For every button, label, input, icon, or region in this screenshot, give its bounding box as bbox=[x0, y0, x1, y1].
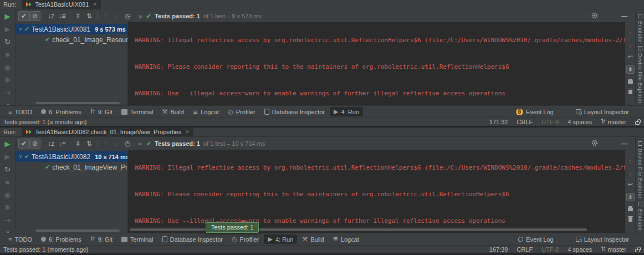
toolwindow-button-logcat[interactable]: ≣Logcat bbox=[189, 107, 223, 116]
toolwindow-button-database-inspector[interactable]: Database Inspector bbox=[159, 235, 227, 244]
toolwindow-button-profiler[interactable]: ◴Profiler bbox=[224, 107, 259, 116]
toolwindow-button-terminal[interactable]: Terminal bbox=[117, 108, 157, 116]
sort-alphabetically-button[interactable]: ↓z bbox=[45, 139, 57, 149]
test-history-dropdown-button[interactable]: ◷ bbox=[122, 11, 133, 21]
toolwindow-button-build[interactable]: ⚒Build bbox=[159, 107, 188, 116]
chevron-down-icon[interactable]: ∨ bbox=[19, 27, 22, 32]
device-file-explorer-icon[interactable] bbox=[638, 46, 642, 50]
event-log-button[interactable]: 8Event Log bbox=[512, 108, 558, 116]
rerun-failed-tests-button[interactable]: ▶ bbox=[5, 25, 11, 33]
rerun-button[interactable]: ▶ bbox=[5, 12, 11, 21]
soft-wrap-icon[interactable]: ↩ bbox=[627, 181, 632, 188]
hide-tool-window-icon[interactable]: — bbox=[621, 140, 627, 147]
test-history-button[interactable]: ✱ bbox=[4, 203, 11, 212]
toolwindow-button-todo[interactable]: ≡TODO bbox=[4, 235, 36, 244]
down-stack-trace-icon[interactable]: ↓ bbox=[628, 169, 632, 176]
unlock-icon[interactable] bbox=[635, 249, 640, 252]
event-log-button[interactable]: Event Log bbox=[514, 235, 558, 244]
caret-position[interactable]: 167:39 bbox=[489, 246, 508, 253]
sort-by-duration-button[interactable]: ↓≡ bbox=[57, 11, 68, 21]
rerun-button[interactable]: ▶ bbox=[5, 140, 11, 148]
encoding-indicator[interactable]: UTF-8 bbox=[541, 119, 559, 125]
layout-inspector-button[interactable]: Layout Inspector bbox=[572, 235, 633, 244]
stop-button[interactable]: ■ bbox=[6, 178, 10, 186]
test-tree-row-root[interactable]: ∨ ✔ TestA1BasicUIX081 (org.aplas.basica … bbox=[16, 24, 127, 34]
clear-all-icon[interactable] bbox=[628, 217, 632, 222]
close-icon[interactable]: × bbox=[185, 128, 189, 136]
show-ignored-button[interactable]: ⊘ bbox=[29, 11, 40, 21]
console-output[interactable]: WARNING: Illegal reflective access by or… bbox=[127, 22, 625, 105]
console-output[interactable]: WARNING: Illegal reflective access by or… bbox=[127, 150, 625, 233]
next-occurrence-button[interactable]: ↓ bbox=[111, 139, 122, 149]
hide-tool-window-icon[interactable]: — bbox=[621, 13, 627, 19]
soft-wrap-icon[interactable]: ↩ bbox=[627, 53, 632, 60]
show-ignored-button[interactable]: ⊘ bbox=[29, 139, 40, 149]
import-tests-button[interactable]: ⇥ bbox=[4, 89, 11, 97]
scroll-to-end-icon[interactable]: ⇟ bbox=[626, 193, 635, 201]
collapse-all-button[interactable]: ⇅ bbox=[84, 11, 95, 21]
run-tab[interactable]: TestA1BasicUIX081 × bbox=[22, 0, 101, 9]
device-file-explorer-icon[interactable] bbox=[638, 141, 642, 146]
screenshot-button[interactable]: ◉ bbox=[4, 63, 11, 72]
test-tree-row-method[interactable]: ✔ check_01_Image_Resources 9 s 573 ms bbox=[16, 34, 127, 45]
settings-gear-icon[interactable] bbox=[591, 140, 598, 147]
tree-horizontal-scrollbar[interactable] bbox=[35, 102, 120, 104]
toolwindow-button-build[interactable]: ⚒Build bbox=[298, 234, 328, 244]
indent-indicator[interactable]: 4 spaces bbox=[568, 119, 592, 125]
test-tree-row-root[interactable]: ∨ ✔ TestA1BasicUIX082 (org.aplas.basica … bbox=[16, 151, 127, 162]
settings-gear-icon[interactable] bbox=[591, 12, 598, 20]
git-branch-widget[interactable]: master bbox=[601, 119, 626, 126]
line-ending-indicator[interactable]: CRLF bbox=[517, 119, 533, 125]
down-stack-trace-icon[interactable]: ↓ bbox=[628, 42, 632, 48]
expand-all-button[interactable]: ⇳ bbox=[73, 139, 84, 149]
encoding-indicator[interactable]: UTF-8 bbox=[541, 246, 559, 253]
run-tab[interactable]: TestA1BasicUIX082.check_01_ImageView_Pro… bbox=[22, 128, 193, 136]
toolwindow-button-profiler[interactable]: ◴Profiler bbox=[228, 234, 263, 244]
indent-indicator[interactable]: 4 spaces bbox=[568, 246, 592, 253]
test-history-dropdown-button[interactable]: ◷ bbox=[122, 139, 133, 149]
toolwindow-button-git[interactable]: 9: Git bbox=[86, 108, 116, 116]
test-history-button[interactable]: ✱ bbox=[4, 76, 11, 84]
scroll-to-end-icon[interactable]: ⇟ bbox=[626, 65, 635, 74]
tool-window-stripe-device-file-explorer[interactable]: Device File Explorer bbox=[637, 149, 643, 199]
screenshot-button[interactable]: ◉ bbox=[4, 191, 11, 199]
previous-occurrence-button[interactable]: ↑ bbox=[100, 139, 111, 149]
toolwindow-button-problems[interactable]: 6: Problems bbox=[37, 235, 85, 244]
toolwindow-button-run[interactable]: ▶4: Run bbox=[330, 107, 363, 116]
print-icon[interactable] bbox=[628, 208, 633, 211]
stop-button[interactable]: ■ bbox=[6, 50, 10, 59]
chevron-down-icon[interactable]: ∨ bbox=[19, 154, 22, 159]
clear-all-icon[interactable] bbox=[628, 90, 632, 94]
tool-window-stripe-emulator[interactable]: Emulator bbox=[637, 21, 643, 43]
close-icon[interactable]: × bbox=[93, 1, 96, 8]
emulator-icon[interactable] bbox=[638, 14, 642, 18]
tool-window-stripe-emulator[interactable]: Emulator bbox=[637, 209, 643, 231]
toolwindow-button-database-inspector[interactable]: Database Inspector bbox=[260, 108, 329, 116]
line-ending-indicator[interactable]: CRLF bbox=[517, 246, 533, 253]
tool-window-stripe-device-file-explorer[interactable]: Device File Explorer bbox=[637, 53, 643, 104]
show-passed-button[interactable]: ✔ bbox=[18, 11, 29, 21]
toolwindow-button-run[interactable]: ▶4: Run bbox=[264, 234, 297, 244]
previous-occurrence-button[interactable]: ↑ bbox=[100, 11, 111, 21]
sort-by-duration-button[interactable]: ↓≡ bbox=[57, 139, 68, 149]
layout-inspector-button[interactable]: Layout Inspector bbox=[572, 108, 633, 116]
toolwindow-button-terminal[interactable]: Terminal bbox=[117, 235, 157, 244]
git-branch-widget[interactable]: master bbox=[601, 246, 626, 253]
print-icon[interactable] bbox=[628, 80, 633, 84]
console-horizontal-scrollbar[interactable] bbox=[130, 228, 587, 231]
toggle-auto-test-button[interactable]: ↻ bbox=[4, 165, 11, 174]
toggle-auto-test-button[interactable]: ↻ bbox=[4, 38, 11, 46]
tree-horizontal-scrollbar[interactable] bbox=[35, 230, 120, 232]
test-tree-row-method[interactable]: ✔ check_01_ImageView_Properties 10 s 714… bbox=[16, 162, 127, 172]
collapse-all-button[interactable]: ⇅ bbox=[84, 139, 95, 149]
toolwindow-button-todo[interactable]: ≡TODO bbox=[4, 108, 36, 116]
up-stack-trace-icon[interactable]: ↑ bbox=[628, 157, 632, 164]
caret-position[interactable]: 171:32 bbox=[489, 119, 508, 125]
more-actions-icon[interactable]: » bbox=[139, 13, 141, 19]
show-passed-button[interactable]: ✔ bbox=[18, 139, 29, 149]
sort-alphabetically-button[interactable]: ↓z bbox=[45, 11, 57, 21]
next-occurrence-button[interactable]: ↓ bbox=[111, 11, 122, 21]
more-actions-icon[interactable]: » bbox=[139, 140, 141, 147]
up-stack-trace-icon[interactable]: ↑ bbox=[628, 30, 632, 37]
toolwindow-button-logcat[interactable]: ≣Logcat bbox=[329, 234, 363, 244]
